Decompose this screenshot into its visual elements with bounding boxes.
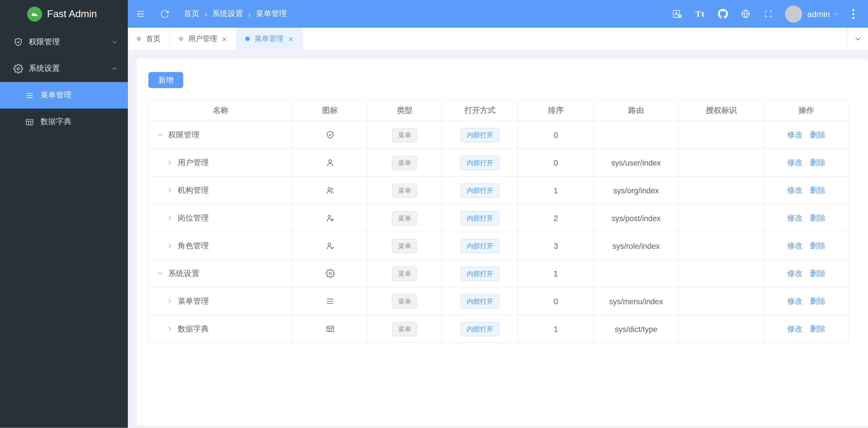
cell-route bbox=[594, 121, 679, 149]
sidebar-item-menu-management[interactable]: 菜单管理 bbox=[0, 82, 128, 109]
table-row: 数据字典 菜单 内部打开 1 sys/dict/type 修改 删除 bbox=[149, 315, 849, 343]
chevron-right-icon[interactable] bbox=[166, 242, 174, 250]
menu-name: 系统设置 bbox=[168, 268, 199, 279]
delete-link[interactable]: 删除 bbox=[810, 296, 826, 306]
sort-value: 1 bbox=[554, 269, 558, 278]
layout-size-icon[interactable] bbox=[666, 0, 689, 28]
route-value: sys/dict/type bbox=[615, 324, 657, 333]
delete-link[interactable]: 删除 bbox=[810, 241, 826, 251]
tabs-dropdown-chevron-down-icon[interactable] bbox=[847, 28, 868, 50]
cell-route bbox=[594, 260, 679, 288]
chevron-right-icon[interactable] bbox=[166, 187, 174, 194]
tab-home[interactable]: 首页 bbox=[128, 28, 170, 50]
add-button[interactable]: 新增 bbox=[148, 72, 183, 88]
sort-value: 3 bbox=[554, 241, 558, 250]
route-value: sys/post/index bbox=[611, 213, 660, 222]
edit-link[interactable]: 修改 bbox=[787, 158, 803, 168]
github-icon[interactable] bbox=[711, 0, 734, 28]
chevron-down-icon[interactable] bbox=[157, 270, 164, 277]
close-icon[interactable]: × bbox=[288, 34, 293, 43]
chevron-right-icon[interactable] bbox=[166, 298, 174, 305]
app-logo: Fast Admin bbox=[0, 0, 128, 28]
delete-link[interactable]: 删除 bbox=[810, 185, 826, 195]
chevron-right-icon[interactable] bbox=[166, 215, 174, 222]
column-header-permission: 授权标识 bbox=[679, 101, 765, 121]
breadcrumb-system-settings[interactable]: 系统设置 bbox=[212, 9, 243, 19]
cell-permission bbox=[679, 232, 765, 260]
chevron-down-icon bbox=[111, 39, 118, 46]
sidebar-item-data-dictionary[interactable]: 数据字典 bbox=[0, 109, 128, 135]
menu-list-icon bbox=[25, 90, 34, 100]
table-grid-icon bbox=[25, 117, 34, 126]
fullscreen-icon[interactable] bbox=[757, 0, 779, 28]
menu-list-icon bbox=[326, 296, 335, 306]
kebab-menu-icon[interactable] bbox=[844, 0, 863, 28]
delete-link[interactable]: 删除 bbox=[810, 130, 826, 140]
route-value: sys/role/index bbox=[612, 241, 660, 250]
cell-sort: 3 bbox=[518, 232, 594, 260]
cell-route: sys/role/index bbox=[594, 232, 679, 260]
table-row: 岗位管理 菜单 内部打开 2 sys/post/index 修改 删除 bbox=[149, 204, 849, 232]
close-icon[interactable]: × bbox=[222, 34, 227, 43]
chevron-right-icon[interactable] bbox=[166, 325, 174, 333]
menu-name: 用户管理 bbox=[178, 158, 209, 168]
user-menu[interactable]: admin bbox=[785, 5, 839, 23]
cell-open-mode: 内部打开 bbox=[442, 232, 518, 260]
globe-icon[interactable] bbox=[734, 0, 757, 28]
chevron-up-icon bbox=[111, 65, 118, 72]
sidebar-item-system-settings[interactable]: 系统设置 bbox=[0, 55, 128, 82]
sort-value: 0 bbox=[554, 158, 558, 167]
delete-link[interactable]: 删除 bbox=[810, 268, 826, 279]
tab-user-management[interactable]: 用户管理 × bbox=[170, 28, 236, 50]
type-badge: 菜单 bbox=[392, 266, 417, 281]
refresh-icon[interactable] bbox=[160, 9, 169, 19]
edit-link[interactable]: 修改 bbox=[787, 324, 803, 334]
cell-permission bbox=[679, 177, 765, 204]
delete-link[interactable]: 删除 bbox=[810, 213, 826, 223]
open-mode-badge: 内部打开 bbox=[461, 294, 499, 308]
user-icon bbox=[326, 158, 335, 167]
sort-value: 1 bbox=[554, 186, 558, 195]
cell-actions: 修改 删除 bbox=[765, 288, 848, 315]
delete-link[interactable]: 删除 bbox=[810, 324, 826, 334]
edit-link[interactable]: 修改 bbox=[787, 241, 803, 251]
edit-link[interactable]: 修改 bbox=[787, 268, 803, 279]
cell-name: 菜单管理 bbox=[149, 288, 293, 315]
sidebar-item-label: 权限管理 bbox=[29, 37, 111, 47]
menu-name: 岗位管理 bbox=[178, 213, 209, 223]
gear-icon bbox=[13, 64, 24, 74]
top-header: 首页 › 系统设置 › 菜单管理 Tt admin bbox=[128, 0, 868, 28]
cell-route: sys/org/index bbox=[594, 177, 679, 204]
font-size-icon[interactable]: Tt bbox=[689, 0, 711, 28]
open-mode-badge: 内部打开 bbox=[461, 155, 499, 170]
cell-name: 用户管理 bbox=[149, 149, 293, 177]
user-plus-icon bbox=[326, 213, 335, 223]
sidebar-item-permission[interactable]: 权限管理 bbox=[0, 29, 128, 55]
tab-bar: 首页 用户管理 × 菜单管理 × bbox=[128, 28, 868, 50]
breadcrumb-menu-management[interactable]: 菜单管理 bbox=[256, 9, 287, 19]
sidebar-item-label: 菜单管理 bbox=[40, 90, 71, 100]
open-mode-badge: 内部打开 bbox=[461, 266, 499, 281]
cell-name: 角色管理 bbox=[149, 232, 293, 260]
cell-type: 菜单 bbox=[368, 177, 442, 204]
menu-fold-icon[interactable] bbox=[136, 9, 146, 19]
menu-name: 角色管理 bbox=[178, 241, 209, 251]
delete-link[interactable]: 删除 bbox=[810, 158, 826, 168]
cell-name: 岗位管理 bbox=[149, 204, 293, 232]
edit-link[interactable]: 修改 bbox=[787, 296, 803, 306]
route-value: sys/org/index bbox=[613, 186, 659, 195]
cell-sort: 0 bbox=[518, 121, 594, 149]
edit-link[interactable]: 修改 bbox=[787, 130, 803, 140]
chevron-right-icon[interactable] bbox=[166, 159, 174, 166]
column-header-icon: 图标 bbox=[293, 101, 368, 121]
table-body: 权限管理 菜单 内部打开 0 修改 删除 用户管理 bbox=[149, 121, 849, 343]
breadcrumb-home[interactable]: 首页 bbox=[184, 9, 199, 19]
chevron-down-icon[interactable] bbox=[157, 131, 164, 139]
tab-menu-management[interactable]: 菜单管理 × bbox=[236, 28, 303, 50]
edit-link[interactable]: 修改 bbox=[787, 213, 803, 223]
menu-name: 机构管理 bbox=[178, 185, 209, 195]
cell-open-mode: 内部打开 bbox=[442, 260, 518, 288]
cell-type: 菜单 bbox=[368, 204, 442, 232]
edit-link[interactable]: 修改 bbox=[787, 185, 803, 195]
cell-open-mode: 内部打开 bbox=[442, 177, 518, 204]
